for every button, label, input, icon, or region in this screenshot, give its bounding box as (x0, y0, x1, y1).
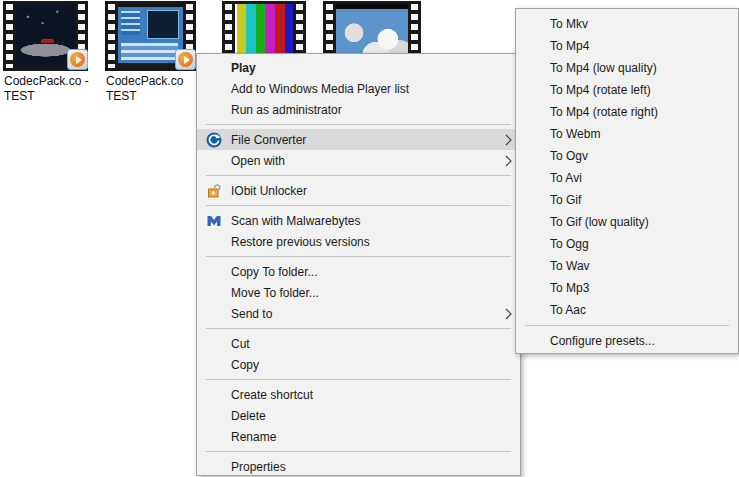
menu-item-run-as-administrator[interactable]: Run as administrator (197, 99, 520, 120)
iobit-unlocker-icon (206, 183, 222, 199)
submenu-arrow-icon (505, 308, 512, 320)
malwarebytes-icon (206, 213, 222, 229)
menu-separator (206, 451, 511, 452)
submenu-item-to-gif[interactable]: To Gif (516, 189, 738, 211)
submenu-item-to-gif-low-quality[interactable]: To Gif (low quality) (516, 211, 738, 233)
menu-item-cut[interactable]: Cut (197, 333, 520, 354)
menu-separator (206, 379, 511, 380)
file-video-2-label: CodecPack.co TEST (106, 74, 198, 104)
thumbnail-video-editor (118, 4, 183, 68)
submenu-item-to-mp4-rotate-right[interactable]: To Mp4 (rotate right) (516, 101, 738, 123)
submenu-item-to-mp4-low-quality[interactable]: To Mp4 (low quality) (516, 57, 738, 79)
submenu-item-to-mp4-rotate-left[interactable]: To Mp4 (rotate left) (516, 79, 738, 101)
menu-separator (206, 175, 511, 176)
menu-item-rename[interactable]: Rename (197, 426, 520, 447)
menu-item-send-to[interactable]: Send to (197, 303, 520, 324)
submenu-arrow-icon (505, 134, 512, 146)
file-converter-icon (206, 132, 222, 148)
menu-item-move-to-folder[interactable]: Move To folder... (197, 282, 520, 303)
menu-separator (206, 256, 511, 257)
menu-item-copy[interactable]: Copy (197, 354, 520, 375)
menu-item-restore-previous-versions[interactable]: Restore previous versions (197, 231, 520, 252)
submenu-item-to-avi[interactable]: To Avi (516, 167, 738, 189)
menu-separator (206, 328, 511, 329)
submenu-arrow-icon (505, 155, 512, 167)
film-strip-holes (108, 4, 115, 68)
menu-separator (525, 325, 729, 326)
file-converter-submenu: To Mkv To Mp4 To Mp4 (low quality) To Mp… (515, 8, 739, 354)
menu-item-scan-with-malwarebytes[interactable]: Scan with Malwarebytes (197, 210, 520, 231)
submenu-item-to-mp3[interactable]: To Mp3 (516, 277, 738, 299)
submenu-item-to-mkv[interactable]: To Mkv (516, 13, 738, 35)
menu-item-iobit-unlocker[interactable]: IObit Unlocker (197, 180, 520, 201)
menu-item-add-to-wmp-list[interactable]: Add to Windows Media Player list (197, 78, 520, 99)
wmp-play-badge-icon (175, 49, 196, 70)
submenu-item-to-webm[interactable]: To Webm (516, 123, 738, 145)
submenu-item-to-aac[interactable]: To Aac (516, 299, 738, 321)
file-video-1[interactable]: CodecPack.co - TEST (3, 1, 88, 71)
menu-item-copy-to-folder[interactable]: Copy To folder... (197, 261, 520, 282)
file-video-2-thumbnail (105, 1, 196, 71)
menu-separator (206, 124, 511, 125)
film-strip-holes (6, 4, 13, 68)
submenu-item-configure-presets[interactable]: Configure presets... (516, 330, 738, 352)
file-video-1-label: CodecPack.co - TEST (4, 74, 96, 104)
submenu-item-to-mp4[interactable]: To Mp4 (516, 35, 738, 57)
menu-separator (206, 205, 511, 206)
menu-item-create-shortcut[interactable]: Create shortcut (197, 384, 520, 405)
menu-item-open-with[interactable]: Open with (197, 150, 520, 171)
menu-item-file-converter[interactable]: File Converter (197, 129, 520, 150)
file-video-2[interactable]: CodecPack.co TEST (105, 1, 196, 71)
context-menu: Play Add to Windows Media Player list Ru… (196, 53, 521, 476)
wmp-play-badge-icon (67, 49, 88, 70)
submenu-item-to-ogg[interactable]: To Ogg (516, 233, 738, 255)
submenu-item-to-wav[interactable]: To Wav (516, 255, 738, 277)
menu-item-delete[interactable]: Delete (197, 405, 520, 426)
menu-item-play[interactable]: Play (197, 57, 520, 78)
menu-item-properties[interactable]: Properties (197, 456, 520, 477)
submenu-item-to-ogv[interactable]: To Ogv (516, 145, 738, 167)
file-video-1-thumbnail (3, 1, 88, 71)
